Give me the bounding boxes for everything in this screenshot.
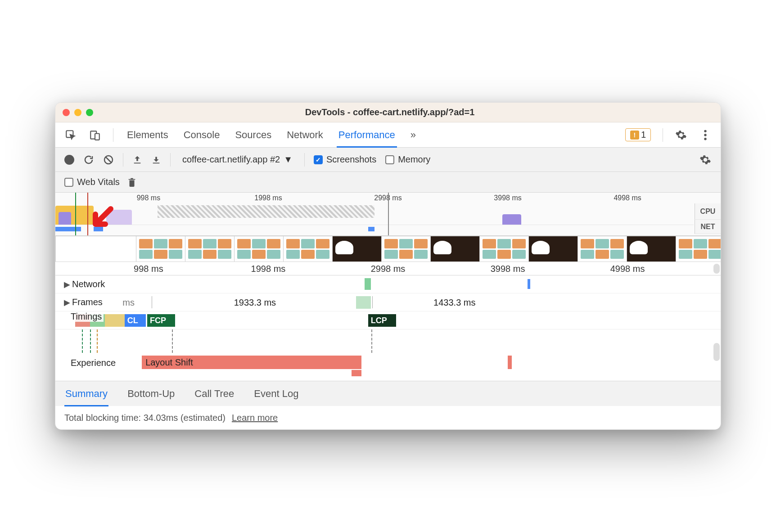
ruler-tick: 3998 ms xyxy=(491,264,525,274)
empty-track-row xyxy=(55,329,721,353)
load-profile-icon[interactable] xyxy=(132,155,142,165)
save-profile-icon[interactable] xyxy=(151,155,161,165)
profile-select[interactable]: coffee-cart.netlify.app #2 ▼ xyxy=(180,153,295,167)
screenshot-thumb[interactable] xyxy=(381,236,431,262)
screenshot-thumb[interactable] xyxy=(676,236,721,262)
screenshot-thumb[interactable] xyxy=(185,236,235,262)
guide-line xyxy=(97,329,98,353)
network-event[interactable] xyxy=(365,278,371,290)
capture-settings-gear-icon[interactable] xyxy=(699,153,712,166)
experience-event-tail[interactable] xyxy=(352,370,361,376)
memory-label: Memory xyxy=(398,154,430,165)
guide-line xyxy=(82,329,83,353)
screenshot-thumb[interactable] xyxy=(528,236,578,262)
maximize-window-button[interactable] xyxy=(86,109,93,116)
main-tabs: Elements Console Sources Network Perform… xyxy=(55,122,721,148)
frames-track-label[interactable]: ▶ Frames xyxy=(62,297,104,308)
screenshot-thumb[interactable] xyxy=(479,236,529,262)
inspect-element-icon[interactable] xyxy=(64,129,77,141)
svg-point-3 xyxy=(704,130,706,132)
screenshot-thumb[interactable] xyxy=(577,236,627,262)
network-track-label[interactable]: ▶ Network xyxy=(62,279,107,290)
timing-marker-fcp[interactable]: FCP xyxy=(147,314,175,327)
svg-rect-9 xyxy=(153,162,160,163)
tab-performance[interactable]: Performance xyxy=(337,122,397,148)
tab-summary[interactable]: Summary xyxy=(64,381,108,406)
traffic-lights xyxy=(63,109,93,116)
window-title: DevTools - coffee-cart.netlify.app/?ad=1 xyxy=(93,107,713,117)
experience-event[interactable]: Layout Shift xyxy=(142,356,361,369)
settings-gear-icon[interactable] xyxy=(675,129,687,141)
summary-bar: Total blocking time: 34.03ms (estimated)… xyxy=(55,406,721,429)
total-blocking-time-text: Total blocking time: 34.03ms (estimated) xyxy=(64,413,226,423)
memory-checkbox[interactable]: Memory xyxy=(385,154,430,165)
minimize-window-button[interactable] xyxy=(74,109,81,116)
tab-bottom-up[interactable]: Bottom-Up xyxy=(126,381,176,406)
checkbox-checked-icon: ✓ xyxy=(314,155,323,164)
tab-console[interactable]: Console xyxy=(182,122,222,148)
clear-button[interactable] xyxy=(103,154,114,165)
overview-panel[interactable]: 998 ms 1998 ms 2998 ms 3998 ms 4998 ms xyxy=(55,193,721,236)
experience-track-row[interactable]: Experience Layout Shift xyxy=(55,353,721,373)
ruler-tick: 998 ms xyxy=(137,194,160,202)
screenshot-thumb[interactable] xyxy=(283,236,333,262)
network-event[interactable] xyxy=(528,279,530,289)
close-window-button[interactable] xyxy=(63,109,70,116)
screenshot-thumb[interactable] xyxy=(627,236,676,262)
network-track-row[interactable]: ▶ Network xyxy=(55,275,721,293)
screenshots-label: Screenshots xyxy=(326,154,376,165)
disclosure-triangle-icon: ▶ xyxy=(64,298,70,307)
tab-elements[interactable]: Elements xyxy=(125,122,170,148)
flame-chart-area[interactable]: ▶ Network ▶ Frames ms 1933.3 ms 1433.3 m… xyxy=(55,275,721,381)
screenshot-thumb[interactable] xyxy=(55,236,136,262)
annotation-arrow-icon xyxy=(89,205,116,232)
experience-track-label[interactable]: Experience xyxy=(69,358,117,368)
timings-track-row[interactable]: Timings CL FCP LCP xyxy=(55,311,721,329)
device-toolbar-icon[interactable] xyxy=(89,129,101,141)
timing-marker-lcp[interactable]: LCP xyxy=(368,314,396,327)
screenshot-thumb[interactable] xyxy=(234,236,284,262)
separator xyxy=(170,153,171,167)
frame-segment[interactable] xyxy=(356,296,371,309)
screenshot-thumb[interactable] xyxy=(430,236,480,262)
separator xyxy=(304,153,305,167)
cpu-track xyxy=(55,203,694,225)
cpu-label: CPU xyxy=(695,203,721,220)
frame-segment[interactable]: 1433.3 ms xyxy=(374,296,534,309)
web-vitals-checkbox[interactable]: Web Vitals xyxy=(64,177,120,187)
tab-sources[interactable]: Sources xyxy=(233,122,273,148)
record-button[interactable] xyxy=(64,155,74,165)
experience-event[interactable] xyxy=(508,356,512,369)
screenshot-thumb[interactable] xyxy=(332,236,382,262)
profile-select-label: coffee-cart.netlify.app #2 xyxy=(182,154,280,165)
screenshots-strip[interactable] xyxy=(55,236,721,262)
delete-profile-icon[interactable] xyxy=(127,177,137,188)
scrollbar-thumb[interactable] xyxy=(713,343,720,361)
devtools-window: DevTools - coffee-cart.netlify.app/?ad=1… xyxy=(55,102,721,430)
issues-badge[interactable]: ! 1 xyxy=(625,128,651,141)
ruler-tick: 998 ms xyxy=(134,264,163,274)
timings-track-label[interactable]: Timings xyxy=(69,311,104,322)
tab-call-tree[interactable]: Call Tree xyxy=(194,381,235,406)
performance-toolbar: coffee-cart.netlify.app #2 ▼ ✓ Screensho… xyxy=(55,148,721,172)
tab-event-log[interactable]: Event Log xyxy=(253,381,299,406)
checkbox-unchecked-icon xyxy=(385,155,394,164)
tab-more[interactable]: » xyxy=(409,122,418,148)
screenshots-checkbox[interactable]: ✓ Screenshots xyxy=(314,154,376,165)
tab-network[interactable]: Network xyxy=(285,122,325,148)
timing-marker-cls[interactable]: CL xyxy=(125,314,146,327)
frame-segment[interactable]: 1933.3 ms xyxy=(155,296,355,309)
title-bar: DevTools - coffee-cart.netlify.app/?ad=1 xyxy=(55,103,721,122)
ruler-tick: 2998 ms xyxy=(371,264,406,274)
learn-more-link[interactable]: Learn more xyxy=(232,413,278,423)
frames-track-row[interactable]: ▶ Frames ms 1933.3 ms 1433.3 ms xyxy=(55,293,721,311)
reload-record-button[interactable] xyxy=(83,154,94,165)
warning-icon: ! xyxy=(630,131,639,140)
screenshot-thumb[interactable] xyxy=(136,236,185,262)
kebab-menu-icon[interactable] xyxy=(699,129,712,141)
frame-segment[interactable]: ms xyxy=(108,296,149,309)
main-ruler[interactable]: 998 ms 1998 ms 2998 ms 3998 ms 4998 ms xyxy=(55,262,721,275)
scrollbar-thumb[interactable] xyxy=(713,264,720,274)
ruler-tick: 1998 ms xyxy=(251,264,286,274)
overview-axis-labels: CPU NET xyxy=(695,203,721,234)
